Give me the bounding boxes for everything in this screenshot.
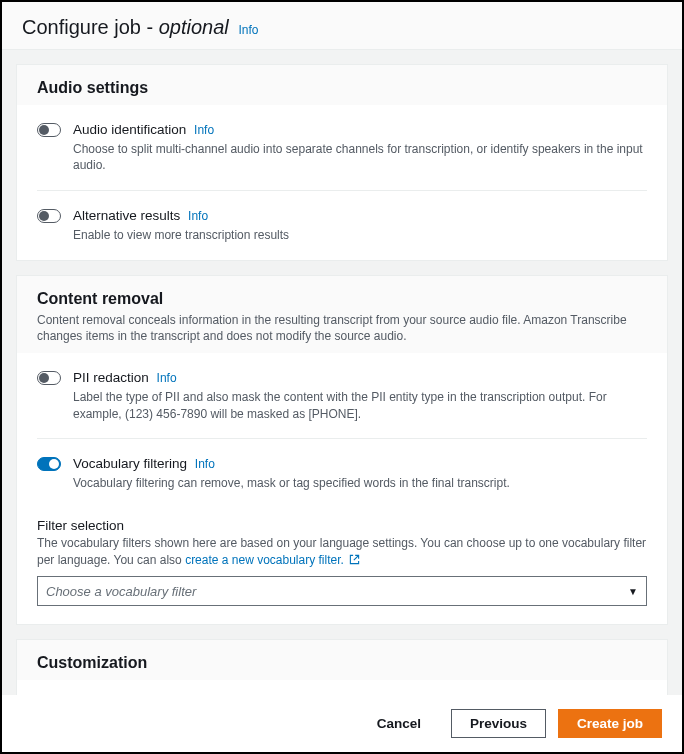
toggle-knob (39, 373, 49, 383)
title-dash: - (141, 16, 159, 38)
create-vocabulary-filter-link-text: create a new vocabulary filter. (185, 553, 344, 567)
audio-identification-toggle[interactable] (37, 123, 61, 137)
audio-settings-heading: Audio settings (37, 79, 647, 97)
vocabulary-filtering-text: Vocabulary filtering Info Vocabulary fil… (73, 455, 647, 491)
alternative-results-desc: Enable to view more transcription result… (73, 227, 647, 244)
external-link-icon (349, 554, 360, 565)
configure-job-dialog: Configure job - optional Info Audio sett… (2, 2, 682, 752)
alternative-results-info-link[interactable]: Info (188, 209, 208, 223)
audio-identification-label: Audio identification Info (73, 121, 647, 139)
pii-redaction-text: PII redaction Info Label the type of PII… (73, 369, 647, 422)
pii-redaction-info-link[interactable]: Info (157, 371, 177, 385)
vocabulary-filtering-desc: Vocabulary filtering can remove, mask or… (73, 475, 647, 492)
audio-settings-header: Audio settings (17, 65, 667, 105)
vocabulary-filter-select[interactable]: Choose a vocabulary filter ▼ (37, 576, 647, 606)
audio-identification-row: Audio identification Info Choose to spli… (37, 105, 647, 191)
dialog-header: Configure job - optional Info (2, 2, 682, 50)
audio-identification-info-link[interactable]: Info (194, 123, 214, 137)
filter-selection-section: Filter selection The vocabulary filters … (37, 508, 647, 625)
alternative-results-row: Alternative results Info Enable to view … (37, 191, 647, 259)
vocabulary-filtering-toggle[interactable] (37, 457, 61, 471)
content-removal-panel: Content removal Content removal conceals… (16, 275, 668, 626)
customization-heading: Customization (37, 654, 647, 672)
audio-settings-body: Audio identification Info Choose to spli… (17, 105, 667, 260)
vocabulary-filtering-info-link[interactable]: Info (195, 457, 215, 471)
header-info-link[interactable]: Info (238, 23, 258, 37)
filter-selection-title: Filter selection (37, 518, 647, 533)
content-removal-desc: Content removal conceals information in … (37, 312, 647, 346)
toggle-knob (39, 125, 49, 135)
alternative-results-toggle[interactable] (37, 209, 61, 223)
filter-selection-desc: The vocabulary filters shown here are ba… (37, 535, 647, 569)
pii-redaction-desc: Label the type of PII and also mask the … (73, 389, 647, 423)
alternative-results-label: Alternative results Info (73, 207, 647, 225)
audio-settings-panel: Audio settings Audio identification Info… (16, 64, 668, 261)
create-vocabulary-filter-link[interactable]: create a new vocabulary filter. (185, 553, 360, 567)
title-prefix: Configure job (22, 16, 141, 38)
pii-redaction-label-text: PII redaction (73, 370, 149, 385)
content-removal-header: Content removal Content removal conceals… (17, 276, 667, 354)
alternative-results-text: Alternative results Info Enable to view … (73, 207, 647, 243)
vocabulary-filtering-label-text: Vocabulary filtering (73, 456, 187, 471)
previous-button[interactable]: Previous (451, 709, 546, 738)
pii-redaction-toggle[interactable] (37, 371, 61, 385)
custom-vocabulary-row: Custom vocabulary Info A custom vocabula… (37, 680, 647, 695)
create-job-button[interactable]: Create job (558, 709, 662, 738)
audio-identification-desc: Choose to split multi-channel audio into… (73, 141, 647, 175)
alternative-results-label-text: Alternative results (73, 208, 180, 223)
pii-redaction-row: PII redaction Info Label the type of PII… (37, 353, 647, 439)
pii-redaction-label: PII redaction Info (73, 369, 647, 387)
dialog-footer: Cancel Previous Create job (2, 695, 682, 752)
toggle-knob (39, 211, 49, 221)
chevron-down-icon: ▼ (628, 586, 638, 597)
vocabulary-filtering-row: Vocabulary filtering Info Vocabulary fil… (37, 439, 647, 507)
content-removal-body: PII redaction Info Label the type of PII… (17, 353, 667, 624)
customization-body: Custom vocabulary Info A custom vocabula… (17, 680, 667, 695)
content-removal-heading: Content removal (37, 290, 647, 308)
page-title: Configure job - optional Info (22, 16, 258, 38)
customization-panel: Customization Custom vocabulary Info A c… (16, 639, 668, 695)
audio-identification-text: Audio identification Info Choose to spli… (73, 121, 647, 174)
vocabulary-filter-placeholder: Choose a vocabulary filter (46, 584, 628, 599)
toggle-knob (49, 459, 59, 469)
cancel-button[interactable]: Cancel (359, 710, 439, 737)
title-optional: optional (159, 16, 229, 38)
vocabulary-filtering-label: Vocabulary filtering Info (73, 455, 647, 473)
customization-header: Customization (17, 640, 667, 680)
audio-identification-label-text: Audio identification (73, 122, 186, 137)
dialog-content: Audio settings Audio identification Info… (2, 50, 682, 695)
